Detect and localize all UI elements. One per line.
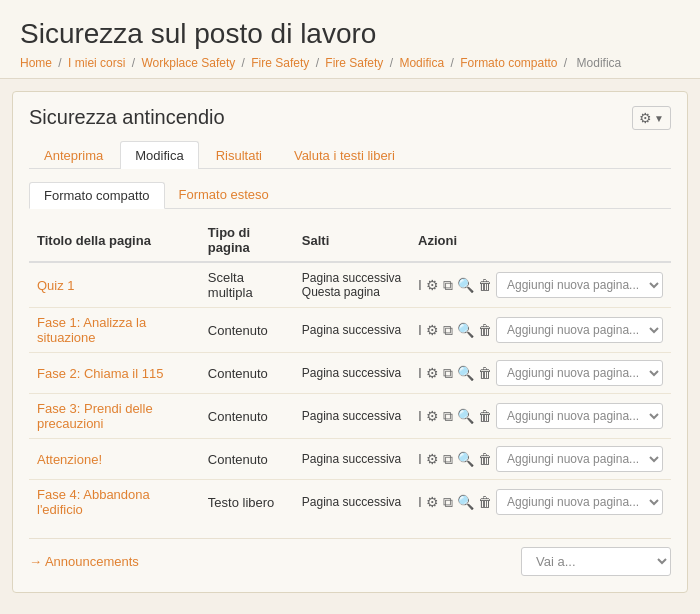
page-jumps: Pagina successivaQuesta pagina xyxy=(294,262,410,308)
table-row: Fase 4: Abbandona l'edificioTesto libero… xyxy=(29,480,671,525)
add-page-select[interactable]: Aggiungi nuova pagina... xyxy=(496,317,663,343)
page-actions: I⚙⧉🔍🗑Aggiungi nuova pagina... xyxy=(410,439,671,480)
gear-icon[interactable]: ⚙ xyxy=(426,322,439,338)
dropdown-arrow: ▼ xyxy=(654,113,664,124)
page-link-4[interactable]: Attenzione! xyxy=(37,452,102,467)
page-jumps: Pagina successiva xyxy=(294,308,410,353)
move-icon[interactable]: I xyxy=(418,408,422,424)
page-type: Contenuto xyxy=(200,394,294,439)
tab-anteprima[interactable]: Anteprima xyxy=(29,141,118,169)
bottom-bar: → Announcements Vai a... xyxy=(29,538,671,576)
copy-icon[interactable]: ⧉ xyxy=(443,408,453,425)
move-icon[interactable]: I xyxy=(418,494,422,510)
move-icon[interactable]: I xyxy=(418,451,422,467)
page-type: Contenuto xyxy=(200,353,294,394)
zoom-icon[interactable]: 🔍 xyxy=(457,451,474,467)
move-icon[interactable]: I xyxy=(418,365,422,381)
tab-modifica[interactable]: Modifica xyxy=(120,141,198,169)
gear-icon[interactable]: ⚙ xyxy=(426,408,439,424)
add-page-select[interactable]: Aggiungi nuova pagina... xyxy=(496,446,663,472)
page-type: Scelta multipla xyxy=(200,262,294,308)
breadcrumb: Home / I miei corsi / Workplace Safety /… xyxy=(20,56,680,70)
zoom-icon[interactable]: 🔍 xyxy=(457,365,474,381)
copy-icon[interactable]: ⧉ xyxy=(443,277,453,294)
add-page-select[interactable]: Aggiungi nuova pagina... xyxy=(496,489,663,515)
jump-select[interactable]: Vai a... xyxy=(521,547,671,576)
page-type: Testo libero xyxy=(200,480,294,525)
gear-icon[interactable]: ⚙ xyxy=(426,451,439,467)
page-jumps: Pagina successiva xyxy=(294,480,410,525)
breadcrumb-home[interactable]: Home xyxy=(20,56,52,70)
page-title: Sicurezza sul posto di lavoro xyxy=(20,18,680,50)
format-extended-button[interactable]: Formato esteso xyxy=(165,181,283,208)
page-link-3[interactable]: Fase 3: Prendi delle precauzioni xyxy=(37,401,153,431)
add-page-select[interactable]: Aggiungi nuova pagina... xyxy=(496,360,663,386)
gear-icon[interactable]: ⚙ xyxy=(426,365,439,381)
trash-icon[interactable]: 🗑 xyxy=(478,451,492,467)
page-jumps: Pagina successiva xyxy=(294,353,410,394)
page-actions: I⚙⧉🔍🗑Aggiungi nuova pagina... xyxy=(410,353,671,394)
tab-valuta[interactable]: Valuta i testi liberi xyxy=(279,141,410,169)
page-header: Sicurezza sul posto di lavoro Home / I m… xyxy=(0,0,700,79)
zoom-icon[interactable]: 🔍 xyxy=(457,408,474,424)
col-header-title: Titolo della pagina xyxy=(29,219,200,262)
format-compact-button[interactable]: Formato compatto xyxy=(29,182,165,209)
trash-icon[interactable]: 🗑 xyxy=(478,494,492,510)
col-header-jumps: Salti xyxy=(294,219,410,262)
breadcrumb-mycourses[interactable]: I miei corsi xyxy=(68,56,125,70)
main-content: Sicurezza antincendio ⚙ ▼ Anteprima Modi… xyxy=(12,91,688,593)
breadcrumb-formatocompatto[interactable]: Formato compatto xyxy=(460,56,557,70)
trash-icon[interactable]: 🗑 xyxy=(478,365,492,381)
breadcrumb-firesafety2[interactable]: Fire Safety xyxy=(325,56,383,70)
table-row: Fase 1: Analizza la situazioneContenutoP… xyxy=(29,308,671,353)
gear-icon[interactable]: ⚙ xyxy=(426,277,439,293)
gear-icon: ⚙ xyxy=(639,110,652,126)
page-actions: I⚙⧉🔍🗑Aggiungi nuova pagina... xyxy=(410,308,671,353)
table-row: Fase 2: Chiama il 115ContenutoPagina suc… xyxy=(29,353,671,394)
trash-icon[interactable]: 🗑 xyxy=(478,277,492,293)
page-type: Contenuto xyxy=(200,308,294,353)
section-header: Sicurezza antincendio ⚙ ▼ xyxy=(29,106,671,130)
tabs-row: Anteprima Modifica Risultati Valuta i te… xyxy=(29,140,671,169)
page-link-1[interactable]: Fase 1: Analizza la situazione xyxy=(37,315,146,345)
move-icon[interactable]: I xyxy=(418,277,422,293)
pages-table: Titolo della pagina Tipo di pagina Salti… xyxy=(29,219,671,524)
gear-icon[interactable]: ⚙ xyxy=(426,494,439,510)
format-row: Formato compatto Formato esteso xyxy=(29,181,671,209)
page-link-5[interactable]: Fase 4: Abbandona l'edificio xyxy=(37,487,150,517)
breadcrumb-workplace[interactable]: Workplace Safety xyxy=(141,56,235,70)
announcements-link[interactable]: → Announcements xyxy=(29,554,139,569)
add-page-select[interactable]: Aggiungi nuova pagina... xyxy=(496,272,663,298)
copy-icon[interactable]: ⧉ xyxy=(443,322,453,339)
breadcrumb-modifica1[interactable]: Modifica xyxy=(399,56,444,70)
tab-risultati[interactable]: Risultati xyxy=(201,141,277,169)
table-row: Quiz 1Scelta multiplaPagina successivaQu… xyxy=(29,262,671,308)
move-icon[interactable]: I xyxy=(418,322,422,338)
copy-icon[interactable]: ⧉ xyxy=(443,494,453,511)
breadcrumb-firesafety1[interactable]: Fire Safety xyxy=(251,56,309,70)
col-header-type: Tipo di pagina xyxy=(200,219,294,262)
trash-icon[interactable]: 🗑 xyxy=(478,408,492,424)
copy-icon[interactable]: ⧉ xyxy=(443,365,453,382)
page-type: Contenuto xyxy=(200,439,294,480)
trash-icon[interactable]: 🗑 xyxy=(478,322,492,338)
breadcrumb-current: Modifica xyxy=(577,56,622,70)
add-page-select[interactable]: Aggiungi nuova pagina... xyxy=(496,403,663,429)
page-link-2[interactable]: Fase 2: Chiama il 115 xyxy=(37,366,163,381)
page-jumps: Pagina successiva xyxy=(294,439,410,480)
settings-button[interactable]: ⚙ ▼ xyxy=(632,106,671,130)
table-row: Attenzione!ContenutoPagina successivaI⚙⧉… xyxy=(29,439,671,480)
zoom-icon[interactable]: 🔍 xyxy=(457,322,474,338)
page-actions: I⚙⧉🔍🗑Aggiungi nuova pagina... xyxy=(410,480,671,525)
page-actions: I⚙⧉🔍🗑Aggiungi nuova pagina... xyxy=(410,394,671,439)
zoom-icon[interactable]: 🔍 xyxy=(457,277,474,293)
page-link-0[interactable]: Quiz 1 xyxy=(37,278,75,293)
page-jumps: Pagina successiva xyxy=(294,394,410,439)
section-title: Sicurezza antincendio xyxy=(29,106,225,129)
table-row: Fase 3: Prendi delle precauzioniContenut… xyxy=(29,394,671,439)
page-actions: I⚙⧉🔍🗑Aggiungi nuova pagina... xyxy=(410,262,671,308)
zoom-icon[interactable]: 🔍 xyxy=(457,494,474,510)
copy-icon[interactable]: ⧉ xyxy=(443,451,453,468)
col-header-actions: Azioni xyxy=(410,219,671,262)
